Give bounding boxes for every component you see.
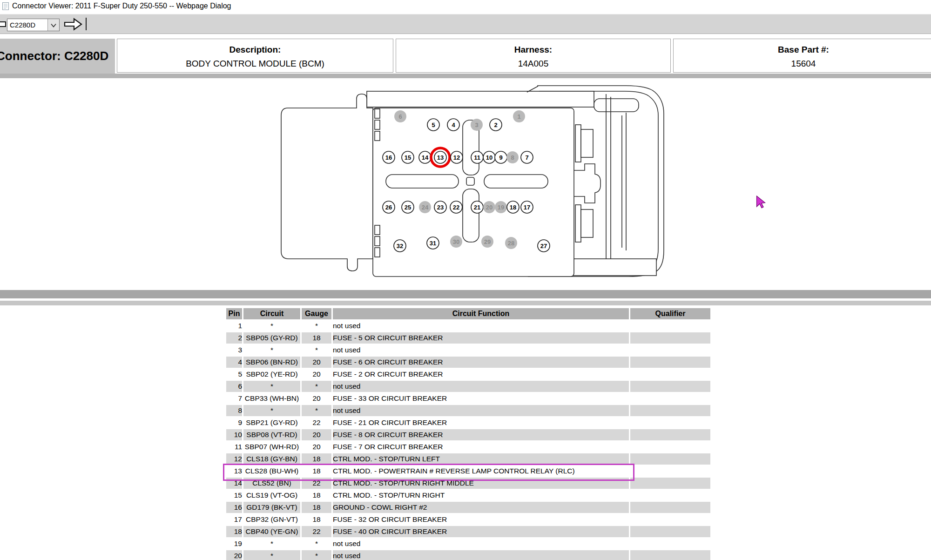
cell-circuit: * (243, 381, 300, 392)
cell-qual (630, 381, 710, 392)
connector-dropdown-value[interactable]: C2280D (7, 19, 47, 31)
cell-qual (630, 538, 710, 549)
left-arrow-icon[interactable] (0, 18, 7, 31)
cell-func: not used (333, 550, 629, 560)
table-row: 13CLS28 (BU-WH)18CTRL MOD. - POWERTRAIN … (226, 466, 710, 477)
description-field: Description: BODY CONTROL MODULE (BCM) (117, 39, 393, 73)
cell-func: CTRL MOD. - STOP/TURN RIGHT (333, 490, 629, 501)
cell-pin: 5 (226, 369, 242, 380)
toolbar: C2280D (0, 14, 931, 34)
pin-19: 19 (495, 201, 507, 213)
cell-circuit: SBP21 (GY-RD) (243, 417, 300, 428)
cell-circuit: * (243, 550, 300, 560)
svg-text:15: 15 (405, 154, 411, 161)
svg-text:29: 29 (484, 238, 491, 245)
table-row: 1**not used (226, 320, 710, 331)
cell-gauge: * (302, 538, 331, 549)
svg-text:5: 5 (432, 121, 435, 128)
cell-circuit: CLS19 (VT-OG) (243, 490, 300, 501)
table-row: 15CLS19 (VT-OG)18CTRL MOD. - STOP/TURN R… (226, 490, 710, 501)
connector-dropdown[interactable]: C2280D (7, 19, 60, 31)
pin-16: 16 (383, 151, 395, 163)
svg-text:6: 6 (398, 113, 402, 120)
cell-gauge: * (302, 344, 331, 356)
cell-qual (630, 357, 710, 368)
pin-5: 5 (427, 119, 439, 131)
cell-gauge: * (302, 405, 331, 416)
cell-func: not used (333, 320, 629, 331)
connector-outline (281, 86, 664, 277)
cell-pin: 9 (226, 417, 242, 428)
cell-circuit: * (243, 538, 300, 549)
cell-circuit: CBP33 (WH-BN) (243, 393, 300, 404)
cell-func: FUSE - 8 OR CIRCUIT BREAKER (333, 429, 629, 440)
cell-pin: 7 (226, 393, 242, 404)
svg-text:7: 7 (525, 154, 528, 161)
connector-diagram: 6543211615141312111098726252423222120191… (274, 85, 674, 285)
cell-qual (630, 514, 710, 525)
pin-24: 24 (419, 201, 431, 213)
table-row: 20**not used (226, 550, 710, 560)
cell-func: CTRL MOD. - STOP/TURN LEFT (333, 453, 629, 465)
window-title: Connector Viewer: 2011 F-Super Duty 250-… (12, 2, 231, 10)
table-row: 10SBP08 (VT-RD)20FUSE - 8 OR CIRCUIT BRE… (226, 429, 710, 440)
table-row: 9SBP21 (GY-RD)22FUSE - 21 OR CIRCUIT BRE… (226, 417, 710, 428)
cell-func: FUSE - 2 OR CIRCUIT BREAKER (333, 369, 629, 380)
table-row: 16GD179 (BK-VT)18GROUND - COWL RIGHT #2 (226, 502, 710, 513)
cell-pin: 11 (226, 441, 242, 452)
cell-gauge: 22 (302, 478, 331, 489)
pinout-table-section: Pin Circuit Gauge Circuit Function Quali… (225, 307, 712, 560)
cell-func: CTRL MOD. - POWERTRAIN # REVERSE LAMP CO… (333, 466, 629, 477)
svg-text:22: 22 (453, 204, 459, 211)
harness-label: Harness: (396, 45, 670, 55)
col-header-pin: Pin (226, 308, 242, 319)
pinout-table: Pin Circuit Gauge Circuit Function Quali… (225, 307, 712, 560)
cell-qual (630, 526, 710, 537)
cell-func: not used (333, 344, 629, 356)
table-row: 12CLS18 (GY-BN)18CTRL MOD. - STOP/TURN L… (226, 453, 710, 465)
cell-pin: 8 (226, 405, 242, 416)
cell-qual (630, 441, 710, 452)
table-header-row: Pin Circuit Gauge Circuit Function Quali… (226, 308, 710, 319)
svg-text:8: 8 (511, 154, 514, 161)
cell-gauge: 22 (302, 526, 331, 537)
go-arrow-icon[interactable] (63, 17, 84, 31)
table-row: 19**not used (226, 538, 710, 549)
cell-func: FUSE - 5 OR CIRCUIT BREAKER (333, 332, 629, 344)
cell-qual (630, 550, 710, 560)
pin-3: 3 (471, 119, 483, 131)
svg-text:24: 24 (422, 204, 429, 211)
pin-14: 14 (419, 151, 431, 163)
cell-gauge: 22 (302, 417, 331, 428)
col-header-circuit: Circuit (243, 308, 300, 319)
cell-circuit: SBP07 (WH-RD) (243, 441, 300, 452)
cell-circuit: * (243, 405, 300, 416)
cell-pin: 2 (226, 332, 242, 344)
cell-func: not used (333, 538, 629, 549)
cell-pin: 18 (226, 526, 242, 537)
cell-gauge: * (302, 320, 331, 331)
cell-circuit: GD179 (BK-VT) (243, 502, 300, 513)
base-part-value: 15604 (674, 59, 931, 69)
separator-band (0, 290, 931, 298)
col-header-function: Circuit Function (333, 308, 629, 319)
cell-qual (630, 369, 710, 380)
cell-circuit: CLS28 (BU-WH) (243, 466, 300, 477)
pin-22: 22 (450, 201, 462, 213)
cell-qual (630, 344, 710, 356)
svg-text:3: 3 (475, 121, 478, 128)
cell-func: FUSE - 33 OR CIRCUIT BREAKER (333, 393, 629, 404)
cell-gauge: * (302, 381, 331, 392)
cell-gauge: 18 (302, 490, 331, 501)
dropdown-button[interactable] (47, 19, 59, 31)
svg-text:19: 19 (498, 204, 504, 211)
pin-9: 9 (495, 151, 507, 163)
cell-qual (630, 405, 710, 416)
harness-field: Harness: 14A005 (396, 39, 671, 73)
pin-1: 1 (513, 110, 525, 122)
cell-qual (630, 478, 710, 489)
svg-text:27: 27 (540, 243, 547, 250)
col-header-qualifier: Qualifier (630, 308, 710, 319)
svg-text:17: 17 (524, 204, 530, 211)
table-row: 3**not used (226, 344, 710, 356)
